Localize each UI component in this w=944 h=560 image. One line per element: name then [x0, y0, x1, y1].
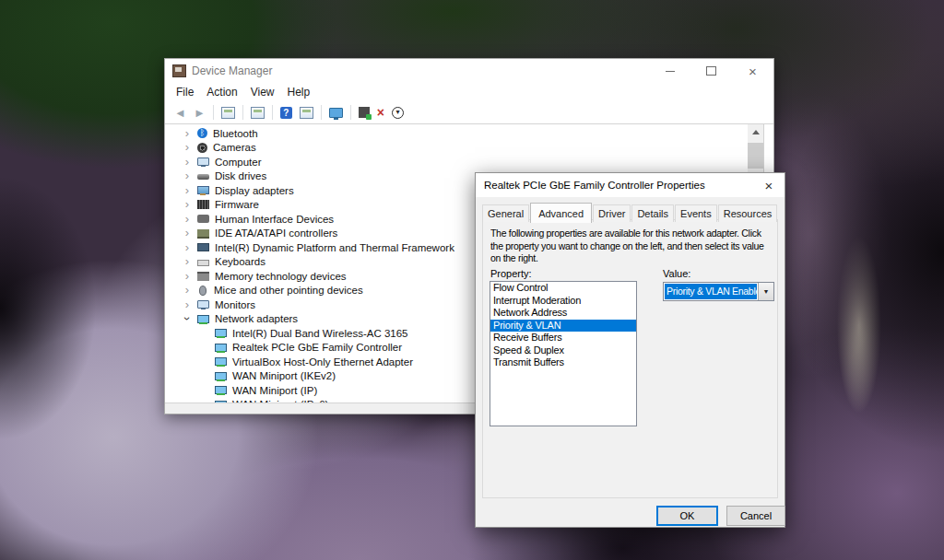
value-dropdown[interactable]: Priority & VLAN Enabled ▼ — [663, 282, 774, 301]
keyboard-icon — [197, 260, 209, 266]
property-option-interrupt-moderation[interactable]: Interrupt Moderation — [490, 295, 636, 308]
chevron-collapsed-icon[interactable]: › — [183, 286, 192, 295]
toolbar-separator — [272, 105, 273, 120]
property-option-priority-vlan[interactable]: Priority & VLAN — [490, 320, 636, 332]
chevron-collapsed-icon[interactable]: › — [183, 171, 192, 181]
network-icon — [215, 344, 227, 352]
adapter-description: The following properties are available f… — [490, 228, 782, 265]
dialog-titlebar[interactable]: Realtek PCIe GbE Family Controller Prope… — [476, 173, 785, 197]
tree-item-bluetooth[interactable]: ›ᛒBluetooth — [165, 126, 748, 141]
minimize-button[interactable] — [649, 59, 690, 83]
chevron-collapsed-icon[interactable]: › — [183, 200, 192, 209]
scroll-up-button[interactable] — [748, 124, 763, 140]
network-icon — [215, 372, 227, 380]
property-listbox[interactable]: Flow ControlInterrupt ModerationNetwork … — [490, 281, 637, 426]
properties-icon[interactable] — [251, 107, 265, 119]
chevron-collapsed-icon[interactable]: › — [183, 243, 192, 252]
maximize-icon — [706, 66, 716, 76]
tree-item-label: WAN Miniport (IKEv2) — [232, 370, 336, 381]
menu-bar: FileActionViewHelp — [165, 83, 773, 101]
chevron-collapsed-icon[interactable]: › — [183, 215, 192, 224]
bluetooth-icon: ᛒ — [197, 128, 207, 138]
memory-icon — [197, 272, 209, 281]
maximize-button[interactable] — [690, 59, 732, 83]
chevron-collapsed-icon[interactable]: › — [183, 129, 192, 138]
ide-icon — [197, 229, 209, 239]
camera-icon — [197, 143, 207, 153]
update-driver-icon[interactable] — [359, 107, 370, 118]
tab-advanced[interactable]: Advanced — [530, 203, 592, 223]
chevron-collapsed-icon[interactable]: › — [183, 228, 192, 238]
devices-by-type-icon[interactable] — [300, 107, 313, 119]
forward-icon[interactable]: ► — [194, 107, 206, 119]
menu-action[interactable]: Action — [200, 84, 243, 100]
chevron-collapsed-icon[interactable]: › — [183, 158, 192, 167]
tree-item-label: Bluetooth — [213, 128, 258, 139]
menu-file[interactable]: File — [170, 84, 200, 100]
disable-device-icon[interactable]: ▾ — [392, 107, 404, 119]
network-icon — [215, 386, 227, 394]
scroll-thumb[interactable] — [748, 143, 763, 169]
dropdown-arrow-button[interactable]: ▼ — [758, 283, 773, 300]
toolbar-separator — [242, 105, 243, 120]
platform-icon — [197, 243, 209, 251]
menu-help[interactable]: Help — [281, 84, 317, 100]
device-manager-icon — [172, 64, 186, 77]
chevron-collapsed-icon[interactable]: › — [183, 272, 192, 281]
tree-item-label: Realtek PCIe GbE Family Controller — [232, 342, 402, 353]
tab-events[interactable]: Events — [675, 204, 717, 222]
window-title: Device Manager — [192, 64, 272, 77]
menu-view[interactable]: View — [244, 84, 281, 100]
property-option-flow-control[interactable]: Flow Control — [490, 282, 636, 295]
chevron-collapsed-icon[interactable]: › — [183, 300, 192, 309]
cancel-button[interactable]: Cancel — [726, 506, 785, 526]
help-icon[interactable]: ? — [280, 107, 292, 119]
dm-titlebar[interactable]: Device Manager × — [165, 59, 773, 83]
tab-general[interactable]: General — [482, 204, 529, 222]
close-button[interactable]: × — [732, 59, 773, 83]
ok-button[interactable]: OK — [656, 506, 718, 526]
dialog-close-button[interactable]: × — [753, 173, 785, 197]
network-icon — [215, 357, 227, 366]
back-icon[interactable]: ◄ — [174, 107, 186, 119]
display-icon — [197, 186, 209, 194]
tree-item-label: Disk drives — [215, 170, 266, 181]
scroll-up-icon — [752, 130, 760, 134]
tab-driver[interactable]: Driver — [593, 204, 631, 222]
window-controls: × — [649, 59, 773, 83]
console-tree-icon[interactable] — [221, 107, 235, 119]
tree-item-label: VirtualBox Host-Only Ethernet Adapter — [232, 356, 413, 368]
tree-item-label: Computer — [215, 157, 262, 168]
property-option-transmit-buffers[interactable]: Transmit Buffers — [490, 356, 636, 369]
mouse-icon — [199, 286, 206, 296]
properties-dialog: Realtek PCIe GbE Family Controller Prope… — [475, 172, 785, 528]
disk-icon — [197, 174, 209, 180]
network-icon — [215, 329, 227, 337]
toolbar-separator — [350, 105, 351, 120]
uninstall-device-icon[interactable]: × — [377, 106, 384, 119]
scan-hardware-changes-icon[interactable] — [329, 108, 343, 118]
property-option-network-address[interactable]: Network Address — [490, 307, 636, 320]
tab-details[interactable]: Details — [631, 204, 674, 222]
property-option-receive-buffers[interactable]: Receive Buffers — [490, 332, 636, 344]
tree-item-cameras[interactable]: ›Cameras — [165, 141, 748, 156]
hid-icon — [197, 215, 209, 223]
tree-item-label: Memory technology devices — [215, 271, 347, 282]
chevron-collapsed-icon[interactable]: › — [183, 143, 192, 152]
chevron-expanded-icon[interactable]: › — [183, 314, 192, 323]
chevron-down-icon: ▼ — [763, 288, 770, 295]
tab-resources[interactable]: Resources — [718, 204, 778, 222]
property-label: Property: — [490, 268, 532, 279]
chevron-collapsed-icon[interactable]: › — [183, 186, 192, 195]
tree-item-label: Intel(R) Dual Band Wireless-AC 3165 — [232, 328, 407, 339]
property-option-speed-duplex[interactable]: Speed & Duplex — [490, 344, 636, 357]
tree-item-label: Network adapters — [215, 313, 298, 324]
tree-item-computer[interactable]: ›Computer — [165, 155, 748, 169]
close-icon: × — [749, 64, 757, 78]
tree-item-label: Intel(R) Dynamic Platform and Thermal Fr… — [215, 242, 454, 253]
monitor-icon — [197, 300, 209, 309]
firmware-icon — [197, 200, 209, 209]
chevron-collapsed-icon[interactable]: › — [183, 257, 192, 266]
tree-item-label: Mice and other pointing devices — [214, 285, 363, 296]
tree-item-label: WAN Miniport (IP) — [232, 385, 317, 396]
